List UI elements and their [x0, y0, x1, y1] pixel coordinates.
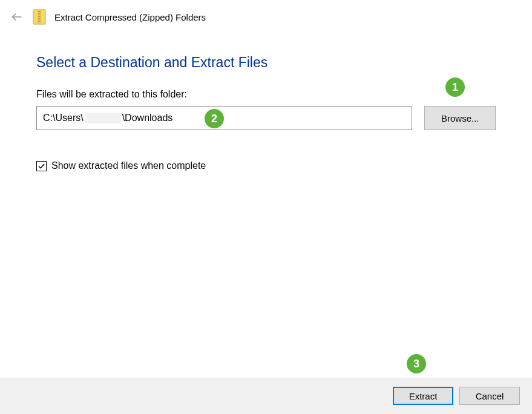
- path-suffix: \Downloads: [122, 113, 173, 123]
- svg-rect-6: [38, 18, 41, 19]
- path-prefix: C:\Users\: [43, 113, 84, 123]
- path-redacted-segment: [85, 113, 121, 123]
- annotation-badge-3: 3: [407, 354, 426, 373]
- wizard-content: Select a Destination and Extract Files F…: [0, 30, 532, 171]
- extract-button[interactable]: Extract: [393, 387, 453, 405]
- cancel-button[interactable]: Cancel: [459, 387, 520, 405]
- annotation-badge-1: 1: [445, 77, 465, 97]
- svg-rect-4: [38, 13, 41, 15]
- svg-rect-3: [38, 11, 41, 12]
- destination-label: Files will be extracted to this folder:: [36, 89, 496, 100]
- svg-rect-5: [38, 16, 41, 17]
- show-extracted-checkbox[interactable]: [36, 161, 47, 171]
- zip-folder-icon: [33, 8, 46, 25]
- wizard-footer: Extract Cancel: [0, 378, 532, 414]
- destination-path-input[interactable]: C:\Users\\Downloads: [36, 106, 412, 130]
- show-extracted-label: Show extracted files when complete: [51, 160, 206, 171]
- show-extracted-checkbox-row: Show extracted files when complete: [36, 160, 496, 171]
- wizard-header: Extract Compressed (Zipped) Folders: [0, 0, 532, 30]
- annotation-badge-2: 2: [205, 109, 224, 128]
- page-title: Select a Destination and Extract Files: [36, 54, 496, 71]
- back-arrow-icon: [10, 10, 24, 24]
- browse-button[interactable]: Browse...: [424, 106, 496, 130]
- window-title: Extract Compressed (Zipped) Folders: [54, 12, 206, 22]
- svg-rect-7: [38, 21, 41, 22]
- destination-row: C:\Users\\Downloads Browse...: [36, 106, 496, 130]
